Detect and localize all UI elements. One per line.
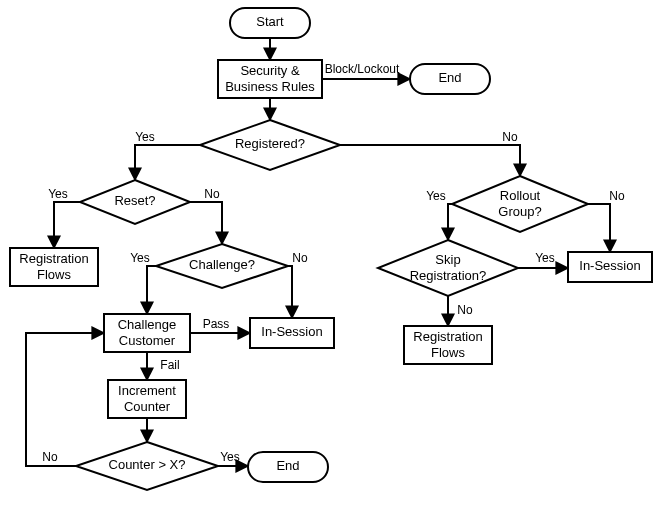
rollout-l1: Rollout [500, 188, 541, 203]
node-regflows-right: Registration Flows [404, 326, 492, 364]
node-insession-left: In-Session [250, 318, 334, 348]
edge-reset-yes [54, 202, 80, 248]
edge-reg-yes [135, 145, 200, 180]
flowchart: Start Security & Business Rules End Regi… [0, 0, 659, 518]
rollout-l2: Group? [498, 204, 541, 219]
edge-rules-end-label: Block/Lockout [325, 62, 400, 76]
counter-x-label: Counter > X? [109, 457, 186, 472]
insession-right-label: In-Session [579, 258, 640, 273]
edge-chq-yes [147, 266, 156, 314]
rules-label-2: Business Rules [225, 79, 315, 94]
registered-label: Registered? [235, 136, 305, 151]
edge-reg-no [340, 145, 520, 176]
edge-cc-pass-label: Pass [203, 317, 230, 331]
insession-left-label: In-Session [261, 324, 322, 339]
edge-ctr-no [26, 333, 104, 466]
node-regflows-left: Registration Flows [10, 248, 98, 286]
start-label: Start [256, 14, 284, 29]
edge-skip-no-label: No [457, 303, 473, 317]
edge-chq-no [288, 266, 292, 318]
edge-chq-no-label: No [292, 251, 308, 265]
edge-reset-yes-label: Yes [48, 187, 68, 201]
node-rollout: Rollout Group? [452, 176, 588, 232]
node-challenge-q: Challenge? [156, 244, 288, 288]
edge-chq-yes-label: Yes [130, 251, 150, 265]
node-reset: Reset? [80, 180, 190, 224]
edge-ctr-yes-label: Yes [220, 450, 240, 464]
node-rules: Security & Business Rules [218, 60, 322, 98]
regflows-left-l1: Registration [19, 251, 88, 266]
edge-reset-no [190, 202, 222, 244]
node-inc-counter: Increment Counter [108, 380, 186, 418]
challenge-q-label: Challenge? [189, 257, 255, 272]
edge-roll-no-label: No [609, 189, 625, 203]
reset-label: Reset? [114, 193, 155, 208]
rules-label-1: Security & [240, 63, 300, 78]
regflows-left-l2: Flows [37, 267, 71, 282]
node-registered: Registered? [200, 120, 340, 170]
inc-counter-l2: Counter [124, 399, 171, 414]
edge-ctr-no-label: No [42, 450, 58, 464]
inc-counter-l1: Increment [118, 383, 176, 398]
node-end-counter: End [248, 452, 328, 482]
end-counter-label: End [276, 458, 299, 473]
edge-skip-yes-label: Yes [535, 251, 555, 265]
node-end-lockout: End [410, 64, 490, 94]
edge-roll-no [588, 204, 610, 252]
node-counter-x: Counter > X? [76, 442, 218, 490]
skip-reg-l1: Skip [435, 252, 460, 267]
edge-reg-no-label: No [502, 130, 518, 144]
challenge-cust-l2: Customer [119, 333, 176, 348]
challenge-cust-l1: Challenge [118, 317, 177, 332]
end-lockout-label: End [438, 70, 461, 85]
node-skip-reg: Skip Registration? [378, 240, 518, 296]
edge-roll-yes [448, 204, 452, 240]
node-challenge-cust: Challenge Customer [104, 314, 190, 352]
edge-reg-yes-label: Yes [135, 130, 155, 144]
skip-reg-l2: Registration? [410, 268, 487, 283]
regflows-right-l2: Flows [431, 345, 465, 360]
node-start: Start [230, 8, 310, 38]
edge-reset-no-label: No [204, 187, 220, 201]
edge-cc-fail-label: Fail [160, 358, 179, 372]
edge-roll-yes-label: Yes [426, 189, 446, 203]
regflows-right-l1: Registration [413, 329, 482, 344]
node-insession-right: In-Session [568, 252, 652, 282]
